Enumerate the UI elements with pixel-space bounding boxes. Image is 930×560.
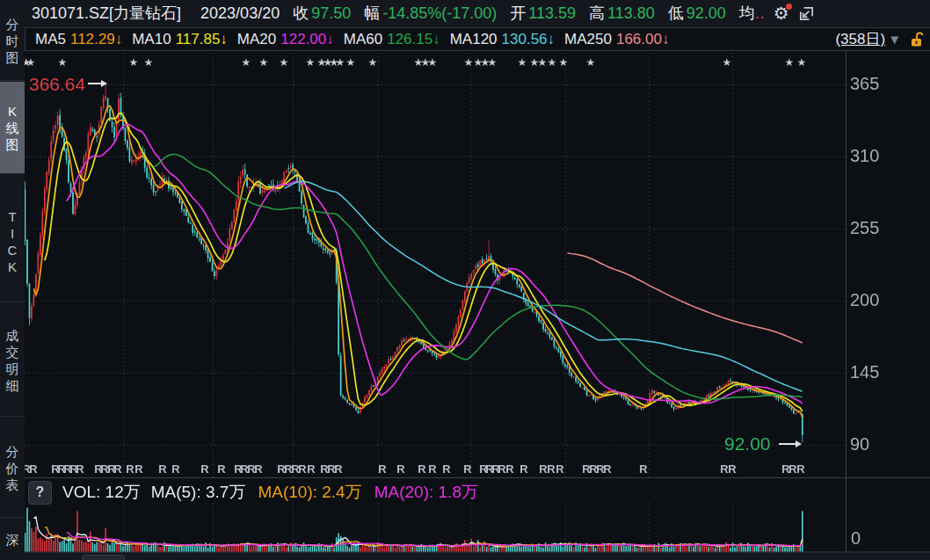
event-star-icon[interactable]: ★ [26,56,36,69]
event-star-icon[interactable]: ★ [723,56,732,69]
ma-label: MA10 [132,31,171,48]
ex-rights-marker[interactable]: R [76,462,84,476]
price-tick-200: 200 [850,290,879,310]
ex-rights-marker[interactable]: R [307,462,315,476]
ex-rights-marker[interactable]: R [796,462,804,476]
sidebar-divider [0,416,25,417]
next-panel-help-button[interactable] [82,555,125,560]
change-value: -14.85%(-17.00) [382,4,497,23]
ex-rights-marker[interactable]: R [720,462,728,476]
range-selector[interactable]: (358日) [835,29,885,49]
sidebar-tab-TICK[interactable]: TICK [0,180,25,302]
ma-label: MA120 [450,31,498,48]
event-star-icon[interactable]: ★ [548,56,557,69]
ma-legend-MA20: MA20122.00↓ [237,31,334,48]
ex-rights-marker[interactable]: R [29,462,37,476]
event-star-icon[interactable]: ★ [58,56,68,69]
low-price-annotation: 92.00 [724,433,771,455]
ma-legend-MA120: MA120130.56↓ [450,31,555,48]
ex-rights-marker[interactable]: R [547,462,555,476]
price-tick-145: 145 [850,362,879,382]
ex-rights-marker[interactable]: R [418,462,425,476]
ma-value: 122.00↓ [280,31,334,48]
ex-rights-marker[interactable]: R [254,462,262,476]
ex-rights-marker[interactable]: R [519,462,527,476]
event-star-icon[interactable]: ★ [797,56,807,69]
event-star-icon[interactable]: ★ [428,56,438,69]
settings-button[interactable]: ⚙ [772,4,791,23]
ex-rights-marker[interactable]: R [498,462,505,476]
sidebar-tab-分价表[interactable]: 分价表 [0,418,25,518]
ex-rights-marker[interactable]: R [639,462,647,476]
high-label: 高 [589,3,605,24]
popout-button[interactable] [798,5,815,22]
ex-rights-marker[interactable]: R [428,462,436,476]
ex-rights-marker[interactable]: R [134,462,142,476]
sidebar-divider [0,173,25,174]
event-star-icon[interactable]: ★ [488,56,498,69]
ex-rights-marker[interactable]: R [463,462,471,476]
event-star-icon[interactable]: ★ [129,56,139,69]
ex-rights-marker[interactable]: R [603,462,611,476]
stock-app-window: 分时图K线图TICK成交明细分价表深 301071.SZ[力量钻石] 2023/… [0,0,930,560]
event-star-icon[interactable]: ★ [464,56,474,69]
ex-rights-marker[interactable]: R [158,462,166,476]
event-star-icon[interactable]: ★ [785,56,795,69]
event-star-icon[interactable]: ★ [144,56,154,69]
ex-rights-marker[interactable]: R [217,462,225,476]
event-star-icon[interactable]: ★ [518,56,527,69]
ex-rights-marker[interactable]: R [171,462,179,476]
ma-label: MA60 [344,31,382,48]
volume-info-bar: ? VOL: 12万 MA(5): 3.7万 MA(10): 2.4万 MA(2… [25,478,930,506]
symbol-name: 301071.SZ[力量钻石] [32,3,181,24]
event-star-icon[interactable]: ★ [346,56,356,69]
chevron-down-icon[interactable]: ▼ [888,32,901,47]
ex-rights-marker[interactable]: R [442,462,450,476]
event-star-icon[interactable]: ★ [538,56,548,69]
ex-rights-marker[interactable]: R [556,462,563,476]
sidebar-tab-label: 分时图 [6,16,19,66]
ma-label: MA20 [237,31,276,48]
event-star-icon[interactable]: ★ [242,56,251,69]
sidebar-tab-分时图[interactable]: 分时图 [0,0,25,81]
event-star-icon[interactable]: ★ [306,56,316,69]
sidebar-tab-深[interactable]: 深 [0,519,25,560]
ex-rights-marker[interactable]: R [200,462,208,476]
vol-ma5-value: MA(5): 3.7万 [151,481,246,504]
event-star-icon[interactable]: ★ [586,56,596,69]
ex-rights-marker[interactable]: R [728,462,736,476]
event-star-icon[interactable]: ★ [336,56,345,69]
close-label: 收 [293,3,309,24]
vol-ma10-value: MA(10): 2.4万 [258,481,361,504]
help-button[interactable]: ? [28,481,52,505]
sidebar-divider [0,517,25,518]
sidebar-tab-label: 分价表 [6,443,19,493]
ex-rights-marker[interactable]: R [788,462,796,476]
low-value: 92.00 [687,4,726,23]
ex-rights-marker[interactable]: R [126,462,134,476]
high-price-annotation: 366.64 [29,74,85,95]
unlock-icon [910,32,925,47]
ma-legend-bar: MA5112.29↓MA10117.85↓MA20122.00↓MA60126.… [25,27,930,51]
ex-rights-marker[interactable]: R [334,462,342,476]
sidebar-tab-K线图[interactable]: K线图 [0,82,25,173]
lock-button[interactable] [910,32,925,47]
ma-value: 112.29↓ [70,31,122,48]
ma-legend-MA60: MA60126.15↓ [344,31,440,48]
ma-legend-MA5: MA5112.29↓ [35,31,122,48]
ex-rights-marker[interactable]: R [396,462,404,476]
sidebar-tab-成交明细[interactable]: 成交明细 [0,303,25,417]
ex-rights-marker[interactable]: R [113,462,121,476]
popout-icon [798,5,815,22]
event-star-icon[interactable]: ★ [259,56,269,69]
open-label: 开 [510,3,526,24]
event-star-icon[interactable]: ★ [280,56,289,69]
ex-rights-marker[interactable]: R [505,462,513,476]
event-star-icon[interactable]: ★ [368,56,378,69]
ex-rights-marker[interactable]: R [539,462,547,476]
ex-rights-marker[interactable]: R [298,462,306,476]
ex-rights-marker[interactable]: R [378,462,386,476]
event-star-icon[interactable]: ★ [559,56,569,69]
kline-chart-canvas[interactable] [0,0,930,560]
sidebar: 分时图K线图TICK成交明细分价表深 [0,0,25,560]
